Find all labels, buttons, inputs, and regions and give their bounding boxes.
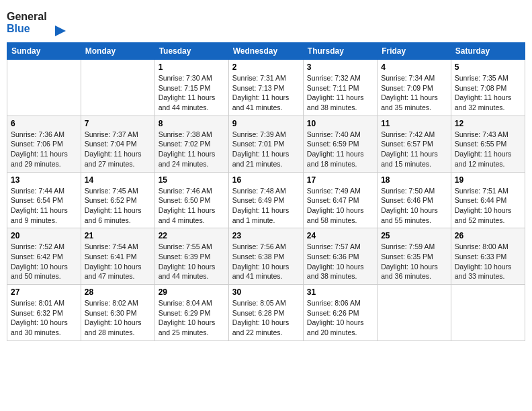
day-details: Sunrise: 7:32 AM Sunset: 7:11 PM Dayligh… (307, 73, 373, 113)
day-details: Sunrise: 7:49 AM Sunset: 6:47 PM Dayligh… (307, 186, 373, 226)
day-number: 14 (85, 175, 151, 185)
day-details: Sunrise: 7:43 AM Sunset: 6:55 PM Dayligh… (455, 130, 521, 169)
day-number: 22 (159, 231, 225, 240)
day-number: 15 (159, 175, 225, 185)
week-row-2: 6Sunrise: 7:36 AM Sunset: 7:06 PM Daylig… (7, 116, 525, 172)
day-details: Sunrise: 7:59 AM Sunset: 6:35 PM Dayligh… (381, 242, 447, 281)
calendar-cell: 25Sunrise: 7:59 AM Sunset: 6:35 PM Dayli… (378, 228, 451, 285)
calendar-cell: 22Sunrise: 7:55 AM Sunset: 6:39 PM Dayli… (154, 228, 228, 285)
day-number: 18 (381, 175, 447, 185)
day-number: 23 (232, 231, 300, 240)
day-number: 20 (11, 231, 77, 240)
day-details: Sunrise: 7:55 AM Sunset: 6:39 PM Dayligh… (159, 242, 225, 281)
day-number: 16 (232, 175, 300, 185)
day-details: Sunrise: 7:37 AM Sunset: 7:04 PM Dayligh… (85, 130, 151, 169)
day-number: 19 (455, 175, 521, 185)
day-number: 26 (455, 231, 521, 240)
calendar-cell: 21Sunrise: 7:54 AM Sunset: 6:41 PM Dayli… (81, 228, 154, 285)
day-number: 4 (381, 62, 447, 72)
day-details: Sunrise: 7:52 AM Sunset: 6:42 PM Dayligh… (11, 242, 77, 281)
day-number: 1 (159, 62, 225, 72)
day-number: 6 (11, 119, 77, 128)
week-row-1: 1Sunrise: 7:30 AM Sunset: 7:15 PM Daylig… (7, 60, 525, 116)
calendar-cell: 11Sunrise: 7:42 AM Sunset: 6:57 PM Dayli… (378, 116, 451, 172)
day-number: 28 (85, 287, 151, 297)
svg-marker-2 (55, 26, 66, 36)
day-number: 9 (232, 119, 300, 128)
calendar-cell: 23Sunrise: 7:56 AM Sunset: 6:38 PM Dayli… (228, 228, 303, 285)
day-details: Sunrise: 8:04 AM Sunset: 6:29 PM Dayligh… (159, 298, 225, 338)
calendar-cell: 9Sunrise: 7:39 AM Sunset: 7:01 PM Daylig… (228, 116, 303, 172)
day-header-tuesday: Tuesday (154, 43, 228, 60)
logo: General Blue (7, 7, 67, 37)
day-header-friday: Friday (378, 43, 451, 60)
calendar-cell (451, 285, 525, 341)
day-details: Sunrise: 7:40 AM Sunset: 6:59 PM Dayligh… (307, 130, 373, 169)
calendar-header-row: SundayMondayTuesdayWednesdayThursdayFrid… (7, 43, 525, 60)
day-number: 5 (455, 62, 521, 72)
calendar-cell: 28Sunrise: 8:02 AM Sunset: 6:30 PM Dayli… (81, 285, 154, 341)
calendar-cell: 29Sunrise: 8:04 AM Sunset: 6:29 PM Dayli… (154, 285, 228, 341)
day-number: 2 (232, 62, 300, 72)
day-details: Sunrise: 7:35 AM Sunset: 7:08 PM Dayligh… (455, 73, 521, 113)
calendar-cell (7, 60, 81, 116)
day-number: 17 (307, 175, 373, 185)
week-row-3: 13Sunrise: 7:44 AM Sunset: 6:54 PM Dayli… (7, 172, 525, 228)
day-details: Sunrise: 7:54 AM Sunset: 6:41 PM Dayligh… (85, 242, 151, 281)
calendar-cell: 2Sunrise: 7:31 AM Sunset: 7:13 PM Daylig… (228, 60, 303, 116)
calendar-cell: 30Sunrise: 8:05 AM Sunset: 6:28 PM Dayli… (228, 285, 303, 341)
calendar-cell (81, 60, 154, 116)
calendar-cell: 19Sunrise: 7:51 AM Sunset: 6:44 PM Dayli… (451, 172, 525, 228)
day-number: 8 (159, 119, 225, 128)
calendar-cell: 8Sunrise: 7:38 AM Sunset: 7:02 PM Daylig… (154, 116, 228, 172)
calendar-cell: 12Sunrise: 7:43 AM Sunset: 6:55 PM Dayli… (451, 116, 525, 172)
calendar-cell: 15Sunrise: 7:46 AM Sunset: 6:50 PM Dayli… (154, 172, 228, 228)
logo-svg: General Blue (7, 7, 67, 37)
calendar-cell: 4Sunrise: 7:34 AM Sunset: 7:09 PM Daylig… (378, 60, 451, 116)
week-row-4: 20Sunrise: 7:52 AM Sunset: 6:42 PM Dayli… (7, 228, 525, 285)
day-details: Sunrise: 7:45 AM Sunset: 6:52 PM Dayligh… (85, 186, 151, 226)
page-header: General Blue (7, 7, 525, 37)
day-details: Sunrise: 7:46 AM Sunset: 6:50 PM Dayligh… (159, 186, 225, 226)
calendar-cell (378, 285, 451, 341)
day-number: 12 (455, 119, 521, 128)
day-header-sunday: Sunday (7, 43, 81, 60)
day-details: Sunrise: 7:48 AM Sunset: 6:49 PM Dayligh… (232, 186, 300, 226)
day-details: Sunrise: 7:56 AM Sunset: 6:38 PM Dayligh… (232, 242, 300, 281)
day-header-thursday: Thursday (303, 43, 377, 60)
calendar-cell: 10Sunrise: 7:40 AM Sunset: 6:59 PM Dayli… (303, 116, 377, 172)
day-number: 10 (307, 119, 373, 128)
day-details: Sunrise: 8:00 AM Sunset: 6:33 PM Dayligh… (455, 242, 521, 281)
calendar-cell: 6Sunrise: 7:36 AM Sunset: 7:06 PM Daylig… (7, 116, 81, 172)
day-details: Sunrise: 8:01 AM Sunset: 6:32 PM Dayligh… (11, 298, 77, 338)
day-details: Sunrise: 8:02 AM Sunset: 6:30 PM Dayligh… (85, 298, 151, 338)
day-details: Sunrise: 7:39 AM Sunset: 7:01 PM Dayligh… (232, 130, 300, 169)
calendar-cell: 24Sunrise: 7:57 AM Sunset: 6:36 PM Dayli… (303, 228, 377, 285)
day-number: 30 (232, 287, 300, 297)
day-details: Sunrise: 7:31 AM Sunset: 7:13 PM Dayligh… (232, 73, 300, 113)
calendar-cell: 31Sunrise: 8:06 AM Sunset: 6:26 PM Dayli… (303, 285, 377, 341)
day-details: Sunrise: 7:36 AM Sunset: 7:06 PM Dayligh… (11, 130, 77, 169)
day-details: Sunrise: 7:30 AM Sunset: 7:15 PM Dayligh… (159, 73, 225, 113)
day-details: Sunrise: 7:57 AM Sunset: 6:36 PM Dayligh… (307, 242, 373, 281)
calendar-cell: 14Sunrise: 7:45 AM Sunset: 6:52 PM Dayli… (81, 172, 154, 228)
calendar-cell: 17Sunrise: 7:49 AM Sunset: 6:47 PM Dayli… (303, 172, 377, 228)
calendar-cell: 26Sunrise: 8:00 AM Sunset: 6:33 PM Dayli… (451, 228, 525, 285)
calendar-cell: 20Sunrise: 7:52 AM Sunset: 6:42 PM Dayli… (7, 228, 81, 285)
day-number: 31 (307, 287, 373, 297)
day-details: Sunrise: 7:50 AM Sunset: 6:46 PM Dayligh… (381, 186, 447, 226)
calendar-cell: 13Sunrise: 7:44 AM Sunset: 6:54 PM Dayli… (7, 172, 81, 228)
day-number: 24 (307, 231, 373, 240)
day-number: 27 (11, 287, 77, 297)
day-number: 13 (11, 175, 77, 185)
calendar-cell: 1Sunrise: 7:30 AM Sunset: 7:15 PM Daylig… (154, 60, 228, 116)
calendar-table: SundayMondayTuesdayWednesdayThursdayFrid… (7, 42, 525, 341)
day-details: Sunrise: 7:34 AM Sunset: 7:09 PM Dayligh… (381, 73, 447, 113)
day-number: 21 (85, 231, 151, 240)
day-header-wednesday: Wednesday (228, 43, 303, 60)
day-header-monday: Monday (81, 43, 154, 60)
day-number: 7 (85, 119, 151, 128)
day-details: Sunrise: 7:38 AM Sunset: 7:02 PM Dayligh… (159, 130, 225, 169)
svg-text:Blue: Blue (7, 23, 30, 34)
day-number: 25 (381, 231, 447, 240)
